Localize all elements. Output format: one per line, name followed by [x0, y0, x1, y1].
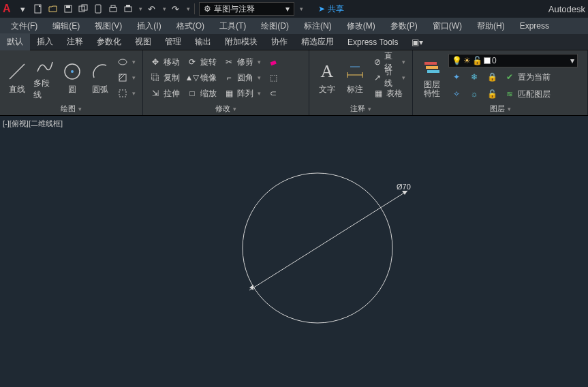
- panel-layers-title[interactable]: 图层 ▾: [417, 102, 583, 115]
- panel-annotation-title[interactable]: 注释 ▾: [313, 102, 408, 115]
- hatch-button[interactable]: ▾: [114, 70, 138, 85]
- copy-button[interactable]: ⿻复制: [147, 70, 183, 85]
- layer-setcurrent-button[interactable]: ✔置为当前: [501, 69, 553, 84]
- menu-format[interactable]: 格式(O): [170, 19, 211, 33]
- drawing-canvas[interactable]: [-][俯视][二维线框] Ø70: [0, 116, 588, 387]
- plot-icon[interactable]: [108, 3, 119, 14]
- menu-window[interactable]: 窗口(W): [426, 19, 469, 33]
- open-icon[interactable]: [48, 3, 59, 14]
- redo-icon[interactable]: ↷: [170, 3, 181, 14]
- line-icon: [6, 61, 28, 82]
- tab-manage[interactable]: 管理: [158, 33, 188, 50]
- menu-view[interactable]: 视图(V): [88, 19, 129, 33]
- tab-parametric[interactable]: 参数化: [90, 33, 128, 50]
- ellipse-button[interactable]: ▾: [114, 55, 138, 69]
- share-label: 共享: [328, 3, 344, 15]
- dimension-icon: [344, 61, 366, 82]
- layer-unlock-button[interactable]: 🔓: [484, 87, 500, 102]
- array-button[interactable]: ▦阵列▾: [221, 86, 264, 101]
- fillet-button[interactable]: ⌐圆角▾: [221, 70, 264, 85]
- menu-edit[interactable]: 编辑(E): [46, 19, 87, 33]
- layer-thaw-button[interactable]: ☼: [466, 87, 482, 102]
- lock-icon: 🔓: [472, 56, 482, 65]
- rotate-button[interactable]: ⟳旋转: [184, 55, 219, 69]
- line-button[interactable]: 直线: [4, 53, 31, 102]
- tab-express[interactable]: Express Tools: [341, 35, 405, 50]
- layer-lock-button[interactable]: 🔒: [484, 69, 500, 84]
- tab-featured[interactable]: 精选应用: [294, 33, 341, 50]
- undo-icon[interactable]: ↶: [146, 3, 157, 14]
- region-button[interactable]: ▾: [114, 86, 138, 101]
- trim-button[interactable]: ✂修剪▾: [221, 55, 264, 69]
- menu-modify[interactable]: 修改(M): [340, 19, 382, 33]
- saveas-icon[interactable]: [78, 3, 89, 14]
- svg-rect-25: [427, 70, 439, 73]
- save-icon[interactable]: [63, 3, 74, 14]
- ellipse-icon: [117, 57, 128, 67]
- tab-focus[interactable]: ▣▾: [405, 35, 430, 50]
- menu-dropdown-icon[interactable]: ▾: [18, 3, 29, 14]
- menu-draw[interactable]: 绘图(D): [254, 19, 296, 33]
- leader-button[interactable]: ↗引线▾: [370, 70, 408, 85]
- offset-button[interactable]: ⊂: [265, 86, 281, 101]
- menu-file[interactable]: 文件(F): [4, 19, 44, 33]
- menu-parametric[interactable]: 参数(P): [384, 19, 424, 33]
- leader-icon: ↗: [373, 72, 382, 83]
- menu-dimension[interactable]: 标注(N): [297, 19, 339, 33]
- polyline-icon: [34, 55, 56, 76]
- tab-addins[interactable]: 附加模块: [218, 33, 264, 50]
- text-button[interactable]: A文字: [313, 53, 341, 102]
- table-button[interactable]: ▦表格: [370, 86, 408, 101]
- layer-match-button[interactable]: ≋匹配图层: [501, 87, 553, 102]
- stretch-icon: ⇲: [150, 88, 161, 99]
- menu-bar: 文件(F) 编辑(E) 视图(V) 插入(I) 格式(O) 工具(T) 绘图(D…: [0, 18, 588, 34]
- panel-draw-title[interactable]: 绘图 ▾: [4, 102, 138, 115]
- print-dropdown[interactable]: ▾: [139, 5, 142, 12]
- mirror-button[interactable]: ▲▽镜像: [184, 70, 219, 85]
- workspace-selector[interactable]: ⚙ 草图与注释 ▾: [199, 2, 294, 16]
- new-icon[interactable]: [33, 3, 44, 14]
- dimension-button[interactable]: 标注: [342, 53, 369, 102]
- trim-icon: ✂: [223, 57, 234, 67]
- menu-tools[interactable]: 工具(T): [213, 19, 253, 33]
- move-button[interactable]: ✥移动: [147, 55, 183, 69]
- undo-dropdown[interactable]: ▾: [163, 5, 166, 12]
- panel-modify: ✥移动 ⿻复制 ⇲拉伸 ⟳旋转 ▲▽镜像 □缩放 ✂修剪▾ ⌐圆角▾ ▦阵列▾ …: [143, 50, 309, 115]
- tab-annotate[interactable]: 注释: [60, 33, 90, 50]
- layer-properties-button[interactable]: 图层 特性: [417, 53, 447, 102]
- svg-rect-18: [270, 61, 277, 65]
- redo-dropdown[interactable]: ▾: [187, 5, 190, 12]
- polyline-button[interactable]: 多段线: [32, 53, 59, 102]
- layer-selector[interactable]: 💡 ☀ 🔓 0 ▾: [448, 54, 578, 67]
- share-button[interactable]: ➤ 共享: [318, 3, 344, 15]
- panel-modify-title[interactable]: 修改 ▾: [147, 102, 305, 115]
- web-mobile-icon[interactable]: [93, 3, 104, 14]
- tab-output[interactable]: 输出: [188, 33, 218, 50]
- svg-rect-2: [66, 5, 70, 8]
- svg-rect-24: [426, 66, 438, 69]
- circle-button[interactable]: 圆: [59, 53, 86, 102]
- workspace-dropdown[interactable]: ▾: [300, 5, 303, 12]
- menu-express[interactable]: Express: [513, 20, 556, 32]
- menu-help[interactable]: 帮助(H): [470, 19, 512, 33]
- svg-rect-8: [125, 7, 131, 12]
- layer-freeze-button[interactable]: ❄: [466, 69, 482, 84]
- menu-insert[interactable]: 插入(I): [130, 19, 168, 33]
- ribbon: 直线 多段线 圆 圆弧 ▾ ▾ ▾ 绘图 ▾ ✥移动 ⿻复制 ⇲拉伸 ⟳旋转 ▲…: [0, 50, 588, 116]
- tab-view[interactable]: 视图: [128, 33, 158, 50]
- svg-marker-28: [402, 191, 407, 195]
- tab-collaborate[interactable]: 协作: [264, 33, 294, 50]
- layer-off-button[interactable]: ✦: [448, 69, 465, 84]
- title-bar: A ▾ ▾ ↶▾ ↷▾ ⚙ 草图与注释 ▾ ▾ ➤ 共享 Autodesk: [0, 0, 588, 18]
- text-icon: A: [316, 61, 338, 82]
- layer-on-button[interactable]: ✧: [448, 87, 465, 102]
- tab-default[interactable]: 默认: [0, 33, 30, 50]
- print-icon[interactable]: [123, 3, 134, 14]
- tab-insert[interactable]: 插入: [30, 33, 60, 50]
- erase-button[interactable]: [265, 55, 281, 69]
- explode-button[interactable]: ⬚: [265, 70, 281, 85]
- scale-button[interactable]: □缩放: [184, 86, 219, 101]
- stretch-button[interactable]: ⇲拉伸: [147, 86, 183, 101]
- arc-button[interactable]: 圆弧: [87, 53, 114, 102]
- sun-icon: ☀: [463, 56, 471, 65]
